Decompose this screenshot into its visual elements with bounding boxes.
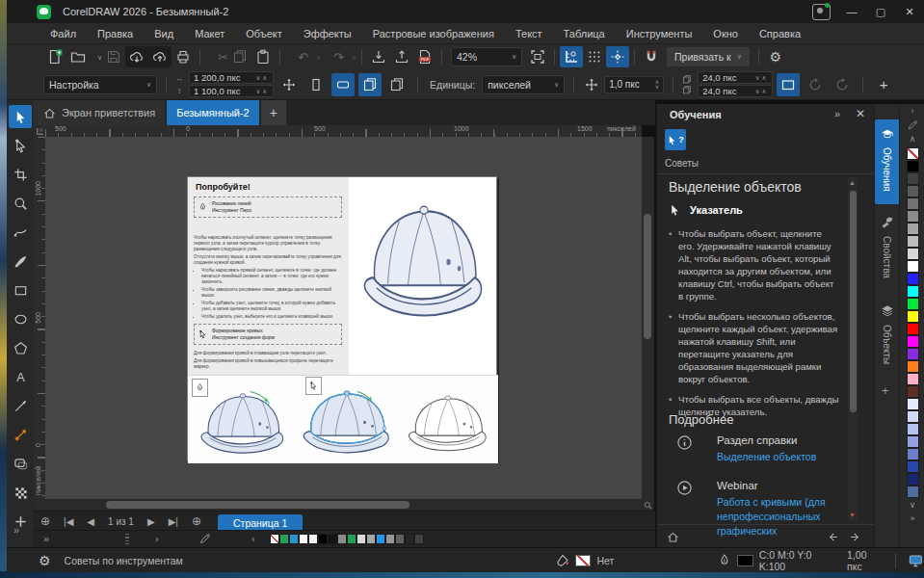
- color-swatch[interactable]: [347, 534, 356, 544]
- color-swatch[interactable]: [405, 534, 414, 544]
- color-swatch[interactable]: [907, 260, 919, 273]
- color-swatch[interactable]: [279, 534, 289, 544]
- color-swatch[interactable]: [318, 534, 328, 544]
- publish-pdf-button[interactable]: [413, 46, 436, 67]
- color-swatch[interactable]: [366, 534, 376, 544]
- treat-as-filled-button[interactable]: [777, 73, 800, 96]
- cap-step-2-selected[interactable]: [296, 384, 398, 460]
- menu-item[interactable]: Файл: [40, 23, 87, 44]
- rectangle-tool[interactable]: [9, 278, 32, 302]
- page-width-field[interactable]: 1 200,0 пкс∨∧: [189, 71, 274, 84]
- refresh-button[interactable]: [804, 73, 827, 96]
- pick-tool[interactable]: [9, 105, 32, 128]
- line-tool[interactable]: [9, 394, 32, 417]
- show-rulers-button[interactable]: [560, 46, 583, 67]
- menu-item[interactable]: Инструменты: [616, 23, 703, 44]
- home-icon[interactable]: [667, 531, 679, 543]
- account-button[interactable]: [805, 0, 837, 23]
- color-swatch[interactable]: [337, 534, 347, 544]
- color-swatch[interactable]: [299, 534, 308, 544]
- color-swatch[interactable]: [308, 534, 318, 544]
- nudge-distance-field[interactable]: 1,0 пкс∧∨: [604, 76, 664, 93]
- first-page-button[interactable]: |◀: [64, 516, 73, 527]
- add-page-before-button[interactable]: ⊕: [40, 514, 50, 528]
- ruler-origin-button[interactable]: [34, 125, 45, 137]
- crop-tool[interactable]: [9, 163, 32, 186]
- docker-collapse-button[interactable]: »: [834, 108, 840, 119]
- color-swatch[interactable]: [907, 147, 919, 160]
- snap-to-dropdown[interactable]: Привязать к∨: [667, 47, 750, 66]
- color-swatch[interactable]: [907, 473, 919, 486]
- palette-more[interactable]: »: [910, 512, 914, 525]
- docker-scrollbar[interactable]: ▲▼: [848, 177, 858, 520]
- scale-with-page-button[interactable]: [277, 73, 301, 96]
- color-swatch[interactable]: [907, 435, 919, 448]
- color-swatch[interactable]: [907, 223, 919, 235]
- add-tools-button[interactable]: [9, 510, 32, 533]
- status-gear-icon[interactable]: ⚙: [39, 553, 51, 568]
- color-swatch[interactable]: [328, 534, 337, 544]
- menu-item[interactable]: Растровые изображения: [362, 23, 505, 44]
- palette-drag-handle[interactable]: [125, 534, 129, 544]
- maximize-button[interactable]: ▢: [866, 0, 895, 23]
- color-swatch[interactable]: [907, 323, 919, 335]
- cap-step-1[interactable]: [194, 387, 292, 460]
- add-page-after-button[interactable]: ⊕: [192, 514, 201, 528]
- export-button[interactable]: [390, 46, 413, 67]
- redo-dropdown[interactable]: ∨: [344, 46, 356, 67]
- color-swatch[interactable]: [907, 486, 919, 498]
- page-preset-select[interactable]: Настройка∨: [43, 75, 157, 94]
- docker-close-button[interactable]: ✕: [856, 107, 865, 120]
- page-height-field[interactable]: 1 100,0 пкс∨∧: [189, 85, 274, 97]
- color-swatch[interactable]: [289, 534, 299, 544]
- eyedropper-icon[interactable]: [199, 533, 211, 544]
- ellipse-tool[interactable]: [9, 307, 32, 330]
- color-swatch[interactable]: [356, 534, 366, 544]
- cap-step-3-outline[interactable]: [402, 390, 494, 458]
- fill-color-swatch[interactable]: [575, 555, 592, 566]
- zoom-tool[interactable]: [9, 192, 32, 215]
- show-guidelines-button[interactable]: [606, 46, 629, 67]
- color-swatch[interactable]: [907, 385, 919, 398]
- menu-item[interactable]: Таблица: [553, 23, 616, 44]
- portrait-orientation-button[interactable]: [304, 73, 328, 96]
- curve-tool[interactable]: [9, 221, 32, 244]
- horizontal-scrollbar-thumb[interactable]: [106, 501, 409, 509]
- color-swatch[interactable]: [907, 273, 919, 285]
- all-pages-button[interactable]: [358, 73, 382, 96]
- menu-item[interactable]: Макет: [184, 23, 235, 44]
- palette-scroll-left[interactable]: ›: [155, 533, 159, 544]
- color-swatch[interactable]: [907, 360, 919, 373]
- menu-item[interactable]: Объект: [235, 23, 292, 44]
- color-swatch[interactable]: [907, 185, 919, 197]
- open-button[interactable]: [66, 46, 90, 67]
- color-swatch[interactable]: [414, 534, 424, 544]
- horizontal-scrollbar[interactable]: [34, 499, 642, 511]
- horizontal-ruler[interactable]: 500050010001500пикселей: [45, 125, 642, 137]
- docker-scrollbar-thumb[interactable]: [850, 191, 857, 412]
- docker-tab-learning[interactable]: Обучения: [875, 119, 900, 204]
- undo-dropdown[interactable]: ∨: [308, 46, 321, 67]
- drawing-canvas[interactable]: Попробуйте! Рисование линийИнструмент Пе…: [45, 137, 642, 499]
- shape-tool[interactable]: [9, 134, 32, 157]
- page-tab[interactable]: Страница 1: [218, 514, 303, 531]
- cloud-download-button[interactable]: [125, 46, 148, 67]
- customize-plus-button[interactable]: +: [872, 73, 895, 96]
- copy-button[interactable]: [228, 46, 251, 67]
- color-swatch[interactable]: [907, 460, 919, 473]
- tab-welcome-screen[interactable]: Экран приветствия: [34, 100, 165, 125]
- polygon-tool[interactable]: [9, 336, 32, 359]
- menu-item[interactable]: Текст: [505, 23, 553, 44]
- menu-item[interactable]: Справка: [749, 23, 811, 44]
- document-page[interactable]: Попробуйте! Рисование линийИнструмент Пе…: [187, 176, 497, 461]
- new-tab-button[interactable]: +: [261, 100, 286, 125]
- text-tool[interactable]: [9, 365, 32, 388]
- monitor-color-icon[interactable]: [908, 553, 924, 568]
- redo-button[interactable]: ↷: [321, 46, 344, 67]
- landscape-orientation-button[interactable]: [331, 73, 355, 96]
- color-swatch[interactable]: [907, 423, 919, 435]
- palette-edit-icon[interactable]: [908, 119, 918, 130]
- color-swatch[interactable]: [907, 298, 919, 310]
- save-button[interactable]: [102, 46, 125, 67]
- minimize-button[interactable]: —: [837, 0, 866, 23]
